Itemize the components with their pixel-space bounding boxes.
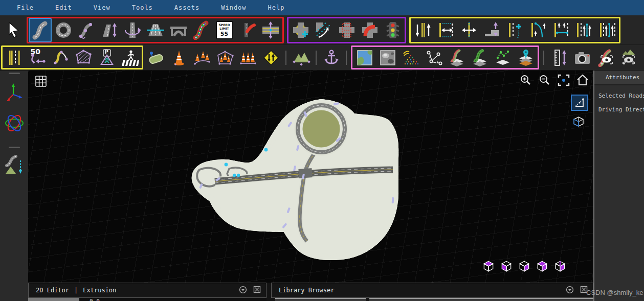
menu-window[interactable]: Window [210, 4, 257, 11]
marking-tools-group: 50 P [1, 45, 143, 70]
road-construction-tool-icon[interactable] [190, 18, 213, 42]
prop-span-tool-icon[interactable] [236, 47, 259, 69]
scene-viewport[interactable] [28, 71, 593, 283]
home-view-icon[interactable] [576, 74, 589, 89]
gizmo-rotate-icon[interactable] [3, 110, 26, 138]
attributes-row-selected-roads: Selected Roads' [594, 92, 644, 99]
road-circle-tool-icon[interactable] [52, 18, 75, 42]
marking-speed-tool-icon[interactable]: 50 [26, 47, 49, 69]
toolbar-row-1: SPEED LIMIT 55 [0, 15, 644, 45]
cube-left-face-icon[interactable] [500, 260, 513, 275]
cube-top-right-face-icon[interactable] [536, 260, 549, 275]
cube-side-face-icon[interactable] [553, 260, 567, 275]
road-plan-tool-icon[interactable] [29, 18, 52, 42]
menu-tools[interactable]: Tools [121, 4, 164, 11]
speed-sign-line1: SPEED [219, 23, 230, 27]
screenshot-camera-tool-icon[interactable] [570, 47, 593, 69]
prop-point-tool-icon[interactable] [167, 47, 190, 69]
ruler-scrollbar[interactable] [28, 298, 79, 301]
parking-letter: P [105, 49, 108, 55]
toolbar-divider [346, 51, 347, 65]
pin-layers-tool-icon[interactable] [514, 47, 537, 69]
attributes-panel: Attributes Selected Roads' Driving Direc… [593, 71, 644, 301]
lane-height-tool-icon[interactable] [595, 18, 618, 42]
speed-limit-sign-tool-icon[interactable]: SPEED LIMIT 55 [213, 18, 236, 42]
library-browser-title: Library Browser [272, 287, 334, 294]
lane-width-tool-icon[interactable] [434, 18, 457, 42]
library-browser-panel-bar[interactable]: Library Browser [271, 283, 593, 298]
lane-split-tool-icon[interactable] [549, 18, 572, 42]
marking-polygon-tool-icon[interactable] [72, 47, 95, 69]
editor-2d-close-icon[interactable] [253, 286, 261, 295]
road-cross-section-tool-icon[interactable] [144, 18, 167, 42]
menu-view[interactable]: View [83, 4, 121, 11]
select-cursor-icon[interactable] [2, 18, 25, 42]
measure-tool-icon[interactable] [547, 47, 570, 69]
crosswalk-tool-icon[interactable] [118, 47, 141, 69]
lane-form-tool-icon[interactable] [526, 18, 549, 42]
road-layers-tool-icon[interactable] [468, 47, 491, 69]
terrain-preview-tool-icon[interactable] [616, 47, 639, 69]
gps-trajectory-tool-icon[interactable] [422, 47, 445, 69]
marking-curve-tool-icon[interactable] [49, 47, 72, 69]
traffic-signal-tool-icon[interactable] [381, 18, 404, 42]
cube-right-face-icon[interactable] [518, 260, 531, 275]
view-2d-toggle-icon[interactable] [571, 95, 588, 111]
grid-snap-icon[interactable] [34, 75, 48, 90]
prop-polygon-tool-icon[interactable] [213, 47, 236, 69]
cube-top-face-icon[interactable] [482, 260, 495, 275]
lane-marking-tool-icon[interactable] [3, 47, 26, 69]
editor-2d-panel-bar[interactable]: 2D Editor | Extrusion [28, 283, 267, 298]
prop-curve-tool-icon[interactable] [190, 47, 213, 69]
lane-direction-tool-icon[interactable] [411, 18, 434, 42]
attributes-panel-header[interactable]: Attributes [594, 71, 644, 85]
menu-help[interactable]: Help [257, 4, 296, 11]
menu-edit[interactable]: Edit [45, 4, 83, 11]
reference-data-group [351, 45, 539, 70]
elevation-heightmap-tool-icon[interactable] [376, 47, 399, 69]
speed-sign-value: 55 [220, 31, 228, 37]
road-preview-tool-icon[interactable] [593, 47, 616, 69]
menu-file[interactable]: File [6, 4, 45, 11]
road-project-icon[interactable] [4, 154, 25, 179]
curve-layers-tool-icon[interactable] [491, 47, 514, 69]
prop-sign-tool-icon[interactable] [259, 47, 282, 69]
lane-marking-link-tool-icon[interactable] [572, 18, 595, 42]
parking-tool-icon[interactable]: P [95, 47, 118, 69]
lane-offset-tool-icon[interactable] [457, 18, 480, 42]
editor-2d-title: 2D Editor [29, 287, 69, 294]
bridge-span-tool-icon[interactable] [167, 18, 190, 42]
zoom-in-icon[interactable] [519, 74, 532, 89]
scene-anchor-tool-icon[interactable] [320, 47, 343, 69]
menu-assets[interactable]: Assets [164, 4, 210, 11]
editor-2d-dropdown-icon[interactable] [239, 286, 247, 295]
frame-selection-icon[interactable] [557, 74, 570, 89]
editor-2d-ruler-strip: 0.0 [28, 298, 267, 301]
lane-add-tool-icon[interactable] [503, 18, 526, 42]
road-compare-layers-tool-icon[interactable] [445, 47, 468, 69]
corner-radius-tool-icon[interactable] [358, 18, 381, 42]
toolbar-row-2: 50 P [0, 45, 644, 71]
view-3d-toggle-icon[interactable] [571, 115, 586, 129]
lidar-pointcloud-tool-icon[interactable] [399, 47, 422, 69]
speed-limit-sign: SPEED LIMIT 55 [216, 21, 233, 39]
junction-surface-tool-icon[interactable] [335, 18, 358, 42]
prop-island-tool-icon[interactable] [144, 47, 167, 69]
surface-terrain-tool-icon[interactable] [290, 47, 313, 69]
road-elevation-tool-icon[interactable] [98, 18, 121, 42]
maneuver-tool-icon[interactable] [312, 18, 335, 42]
zoom-out-icon[interactable] [538, 74, 551, 89]
junction-add-tool-icon[interactable] [289, 18, 312, 42]
road-offset-tool-icon[interactable] [259, 18, 282, 42]
library-item-strip[interactable] [369, 298, 593, 301]
editor-2d-subtitle: Extrusion [83, 287, 116, 294]
road-graph-tool-icon[interactable] [75, 18, 98, 42]
menu-bar: File Edit View Tools Assets Window Help [0, 0, 644, 15]
library-dropdown-icon[interactable] [566, 286, 574, 295]
road-branch-tool-icon[interactable] [236, 18, 259, 42]
library-item-strip[interactable] [275, 298, 366, 301]
gizmo-move-icon[interactable] [4, 81, 25, 106]
aerial-imagery-tool-icon[interactable] [353, 47, 376, 69]
road-superelevation-tool-icon[interactable] [121, 18, 144, 42]
curb-height-tool-icon[interactable] [480, 18, 503, 42]
